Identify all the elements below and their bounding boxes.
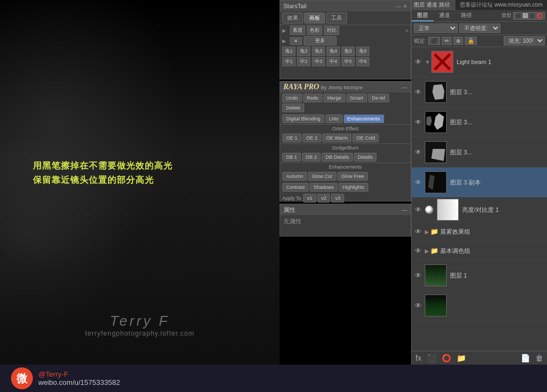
lock-all[interactable]: 🔒: [465, 37, 477, 45]
visibility-icon[interactable]: 👁: [414, 58, 423, 66]
visibility-icon-3b[interactable]: 👁: [414, 118, 423, 126]
visibility-icon-3c[interactable]: 👁: [414, 148, 423, 156]
btn-v2[interactable]: v2: [317, 194, 331, 203]
cell-tu3[interactable]: 兔3: [312, 47, 325, 56]
tab-tools[interactable]: 工具: [326, 13, 347, 24]
layer-3a[interactable]: 👁 图层 3...: [412, 77, 547, 107]
btn-smart[interactable]: Smart: [346, 94, 367, 102]
btn-glow-free[interactable]: Glow Free: [338, 172, 368, 181]
raya-dodge-row: DB 1 DB 2 DB Details Details: [280, 152, 411, 163]
visibility-icon-morning[interactable]: 👁: [414, 228, 423, 235]
folder-arrow-basic[interactable]: ▶: [425, 248, 429, 254]
opacity-select[interactable]: 不透明度: 100%: [459, 24, 500, 33]
btn-v1[interactable]: v1: [303, 194, 316, 203]
btn-autumn[interactable]: Autumn: [282, 172, 307, 181]
layer-3b[interactable]: 👁 图层 3...: [412, 107, 547, 137]
btn-redo[interactable]: Redo: [303, 94, 323, 102]
tab-effect[interactable]: 效果: [282, 13, 303, 24]
btn-oe1[interactable]: OE 1: [282, 134, 301, 142]
expand-icon[interactable]: ▼: [425, 59, 430, 65]
btn-oe-cold[interactable]: OE Cold: [352, 134, 379, 142]
cell-x[interactable]: ✕: [290, 37, 302, 45]
btn-oe2[interactable]: OE 2: [303, 134, 322, 142]
cell-zhong5[interactable]: 中5: [341, 57, 355, 66]
cell-tu1[interactable]: 兔1: [282, 47, 295, 56]
btn-details[interactable]: Details: [354, 153, 377, 162]
visibility-icon-l1[interactable]: 👁: [414, 272, 423, 279]
cell-zhong6[interactable]: 中6: [356, 57, 369, 66]
btn-undo[interactable]: Undo: [282, 94, 302, 102]
cell-zhong3[interactable]: 中3: [312, 57, 325, 66]
btn-v3[interactable]: v3: [331, 194, 344, 203]
btn-enhancements[interactable]: Enhancements: [344, 114, 384, 123]
fx-button[interactable]: fx: [414, 354, 423, 362]
fill-select[interactable]: 填充: 100%: [504, 36, 545, 45]
cell-tu5[interactable]: 兔5: [341, 47, 355, 56]
layer-brightness[interactable]: 👁 亮度/对比度 1: [412, 198, 547, 222]
visibility-icon-3a[interactable]: 👁: [414, 88, 423, 96]
blend-mode-select[interactable]: 正常: [414, 24, 458, 33]
visibility-icon-copy[interactable]: 👁: [414, 178, 423, 186]
cell-contrast[interactable]: 对比: [324, 26, 339, 35]
cell-zhong1[interactable]: 中1: [282, 57, 295, 66]
panel-minimize[interactable]: —: [395, 3, 401, 9]
cell-zhong4[interactable]: 中4: [327, 57, 340, 66]
cell-color[interactable]: 色彩: [307, 26, 322, 35]
btn-db1[interactable]: DB 1: [282, 153, 301, 162]
raya-controls: —: [402, 84, 407, 90]
lock-position[interactable]: ⊕: [453, 37, 463, 45]
btn-contrast[interactable]: Contrast: [282, 183, 309, 192]
folder-arrow-morning[interactable]: ▶: [425, 229, 429, 235]
layer-basic-tone-folder[interactable]: 👁 ▶ 📁 基本调色组: [412, 241, 547, 261]
btn-lms[interactable]: LMs: [326, 114, 343, 123]
type-icons[interactable]: ⬛ 🅰 ⬛ ⭕: [513, 12, 545, 20]
layer-1[interactable]: 👁 图层 1: [412, 261, 547, 291]
btn-digital-blending[interactable]: Digital Blending: [282, 114, 324, 123]
delete-layer-button[interactable]: 🗑: [534, 354, 545, 362]
tab-channels[interactable]: 通道: [434, 10, 455, 21]
folder-icon-morning: 📁: [430, 228, 438, 235]
btn-db-details[interactable]: DB Details: [322, 153, 353, 162]
tab-board[interactable]: 画板: [304, 13, 325, 24]
layer-morning-folder[interactable]: 👁 ▶ 📁 晨雾效果组: [412, 222, 547, 241]
cell-sudu[interactable]: 素度: [290, 26, 305, 35]
arrow-icon: ▶: [282, 28, 286, 33]
new-layer-button[interactable]: 📄: [519, 354, 532, 362]
visibility-icon-bg[interactable]: 👁: [414, 302, 423, 309]
tab-paths[interactable]: 路径: [455, 10, 477, 21]
btn-delete[interactable]: Delete: [282, 103, 304, 112]
panel-close[interactable]: ✕: [403, 3, 407, 9]
adjustment-button[interactable]: ⭕: [440, 354, 453, 362]
mask-button[interactable]: ⬛: [425, 354, 438, 362]
starstail-row-zhong: 中1 中2 中3 中4 中5 中6: [280, 56, 411, 67]
cell-more[interactable]: 更多: [304, 36, 337, 45]
raya-minimize[interactable]: —: [402, 84, 407, 90]
btn-glow-cur[interactable]: Glow Cur: [308, 172, 337, 181]
lock-transparent[interactable]: ⬛: [428, 37, 440, 45]
tab-layers[interactable]: 图层: [412, 10, 434, 21]
layer-3c[interactable]: 👁 图层 3...: [412, 137, 547, 168]
btn-oe-warm[interactable]: OE Warm: [322, 134, 351, 142]
btn-detel[interactable]: De-tel: [368, 94, 389, 102]
lock-image[interactable]: ✏: [442, 37, 452, 45]
cell-tu6[interactable]: 兔6: [356, 47, 369, 56]
cell-tu2[interactable]: 兔2: [297, 47, 310, 56]
brightness-gradient: [437, 199, 458, 220]
btn-db2[interactable]: DB 2: [302, 153, 321, 162]
btn-merge[interactable]: Merge: [323, 94, 345, 102]
props-minimize[interactable]: —: [402, 207, 407, 213]
visibility-icon-basic[interactable]: 👁: [414, 247, 423, 255]
folder-icon-basic: 📁: [430, 247, 438, 255]
layer-thumb-bg: [425, 295, 447, 316]
cell-zhong2[interactable]: 中2: [297, 57, 310, 66]
btn-shadows[interactable]: Shadows: [310, 183, 338, 192]
folder-button[interactable]: 📁: [455, 354, 468, 362]
visibility-icon-bright[interactable]: 👁: [414, 206, 423, 214]
layer-3-copy[interactable]: 👁 图层 3 副本: [412, 168, 547, 198]
raya-row-2: Digital Blending LMs Enhancements: [280, 113, 411, 124]
layer-bg-forest[interactable]: 👁: [412, 291, 547, 321]
cell-tu4[interactable]: 兔4: [327, 47, 340, 56]
layer-type-controls: 类型 ⬛ 🅰 ⬛ ⭕: [502, 12, 547, 20]
btn-highlights[interactable]: Highlights: [339, 183, 368, 192]
layer-light-beam-1[interactable]: 👁 ▼ Light beam 1: [412, 47, 547, 77]
